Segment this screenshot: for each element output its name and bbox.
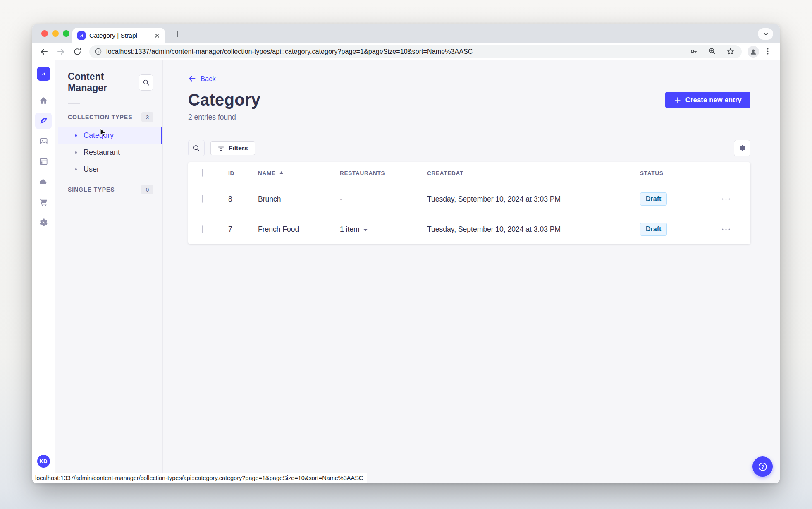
nav-media-library-icon[interactable]: [35, 133, 52, 149]
plus-icon: [674, 96, 681, 104]
subnav-title: Content Manager: [68, 71, 139, 94]
gear-icon: [738, 144, 746, 152]
nav-content-manager-icon[interactable]: [35, 113, 52, 129]
content-manager-subnav: Content Manager COLLECTION TYPES 3 Categ…: [55, 60, 163, 483]
cell-name: French Food: [258, 225, 340, 234]
bullet-icon: [75, 151, 77, 154]
password-key-icon[interactable]: [690, 47, 700, 57]
entries-table: ID NAME RESTAURANTS CREATEDAT STATUS 8: [188, 162, 750, 244]
row-actions-button[interactable]: [721, 197, 733, 201]
window-close-button[interactable]: [41, 30, 48, 37]
column-header-restaurants[interactable]: RESTAURANTS: [340, 170, 427, 176]
single-types-label: SINGLE TYPES: [68, 186, 115, 193]
caret-down-icon: [363, 228, 368, 232]
table-header-row: ID NAME RESTAURANTS CREATEDAT STATUS: [188, 162, 750, 184]
cell-restaurants: -: [340, 195, 427, 204]
bookmark-star-icon[interactable]: [726, 47, 736, 57]
status-badge: Draft: [640, 192, 667, 206]
nav-content-type-builder-icon[interactable]: [35, 153, 52, 170]
collection-types-count-badge: 3: [141, 112, 153, 122]
nav-marketplace-cart-icon[interactable]: [35, 194, 52, 210]
browser-menu-button[interactable]: [763, 47, 773, 57]
single-types-section-header: SINGLE TYPES 0: [55, 182, 162, 199]
collection-types-list: Category Restaurant User: [55, 127, 162, 178]
url-text: localhost:1337/admin/content-manager/col…: [106, 48, 681, 55]
tab-search-chevron-button[interactable]: [758, 28, 773, 40]
subnav-search-button[interactable]: [139, 74, 153, 91]
bullet-icon: [75, 134, 77, 137]
column-header-name[interactable]: NAME: [258, 170, 340, 176]
ellipsis-icon: [721, 228, 731, 231]
browser-window: Category | Strapi localhost:1337/admin/c…: [32, 24, 780, 483]
cell-restaurants[interactable]: 1 item: [340, 225, 427, 234]
view-settings-button[interactable]: [734, 140, 750, 156]
strapi-favicon-icon: [77, 31, 86, 40]
browser-profile-button[interactable]: [748, 46, 759, 58]
rail-divider: [37, 87, 50, 87]
svg-text:?: ?: [761, 464, 764, 470]
column-header-id[interactable]: ID: [228, 170, 258, 176]
main-content: Back Category Create new entry 2 entries…: [163, 60, 780, 483]
row-checkbox[interactable]: [202, 195, 203, 203]
search-entries-button[interactable]: [188, 140, 205, 156]
window-zoom-button[interactable]: [63, 30, 69, 37]
sidebar-item-category[interactable]: Category: [58, 127, 162, 144]
row-checkbox[interactable]: [202, 225, 203, 233]
single-types-count-badge: 0: [141, 185, 153, 194]
back-label: Back: [201, 75, 216, 83]
window-minimize-button[interactable]: [52, 30, 59, 37]
cell-name: Brunch: [258, 195, 340, 204]
column-header-createdat[interactable]: CREATEDAT: [427, 170, 640, 176]
bullet-icon: [75, 168, 77, 170]
back-button[interactable]: [38, 46, 50, 58]
cell-createdat: Tuesday, September 10, 2024 at 3:03 PM: [427, 195, 640, 204]
reload-button[interactable]: [71, 46, 84, 58]
tab-title: Category | Strapi: [89, 32, 150, 39]
select-all-checkbox[interactable]: [202, 169, 203, 177]
create-new-entry-label: Create new entry: [685, 96, 742, 104]
address-bar[interactable]: localhost:1337/admin/content-manager/col…: [89, 45, 742, 58]
sidebar-item-user[interactable]: User: [58, 161, 162, 178]
site-info-icon[interactable]: [94, 48, 102, 55]
cell-createdat: Tuesday, September 10, 2024 at 3:03 PM: [427, 225, 640, 234]
sidebar-item-restaurant[interactable]: Restaurant: [58, 144, 162, 161]
sort-ascending-icon: [279, 171, 284, 175]
forward-button[interactable]: [55, 46, 67, 58]
sidebar-item-label: Restaurant: [84, 148, 120, 157]
tab-strip: Category | Strapi: [32, 24, 780, 43]
strapi-logo[interactable]: [37, 67, 50, 81]
zoom-icon[interactable]: [708, 47, 718, 57]
subnav-divider: [68, 103, 80, 104]
sidebar-item-label: Category: [84, 131, 114, 140]
strapi-admin: KD Content Manager COLLECTION TYPES 3 Ca…: [32, 60, 780, 483]
nav-deploy-cloud-icon[interactable]: [35, 173, 52, 190]
nav-home-icon[interactable]: [35, 92, 52, 109]
sidebar-item-label: User: [84, 165, 99, 174]
nav-settings-gear-icon[interactable]: [35, 214, 52, 230]
status-badge: Draft: [640, 223, 667, 236]
cell-id: 7: [228, 225, 258, 234]
row-actions-button[interactable]: [721, 228, 733, 231]
table-row[interactable]: 8 Brunch - Tuesday, September 10, 2024 a…: [188, 184, 750, 214]
new-tab-button[interactable]: [172, 28, 184, 40]
desktop: { "chrome": { "tab": { "title": "Categor…: [0, 0, 812, 509]
browser-tab[interactable]: Category | Strapi: [72, 28, 165, 43]
arrow-left-icon: [188, 74, 196, 83]
back-link[interactable]: Back: [188, 74, 216, 83]
window-controls: [41, 30, 69, 37]
collection-types-section-header: COLLECTION TYPES 3: [55, 110, 162, 126]
ellipsis-icon: [721, 197, 731, 201]
create-new-entry-button[interactable]: Create new entry: [665, 92, 750, 108]
user-avatar[interactable]: KD: [37, 455, 50, 468]
question-mark-icon: ?: [757, 461, 769, 473]
table-row[interactable]: 7 French Food 1 item Tuesday, September …: [188, 214, 750, 244]
help-button[interactable]: ?: [752, 456, 773, 477]
filters-button[interactable]: Filters: [210, 141, 255, 155]
column-header-status[interactable]: STATUS: [640, 170, 721, 176]
entries-count: 2 entries found: [188, 113, 750, 122]
filters-label: Filters: [229, 144, 248, 152]
cell-id: 8: [228, 195, 258, 204]
page-title: Category: [188, 91, 260, 109]
tab-close-icon[interactable]: [153, 32, 161, 39]
search-icon: [192, 144, 201, 152]
